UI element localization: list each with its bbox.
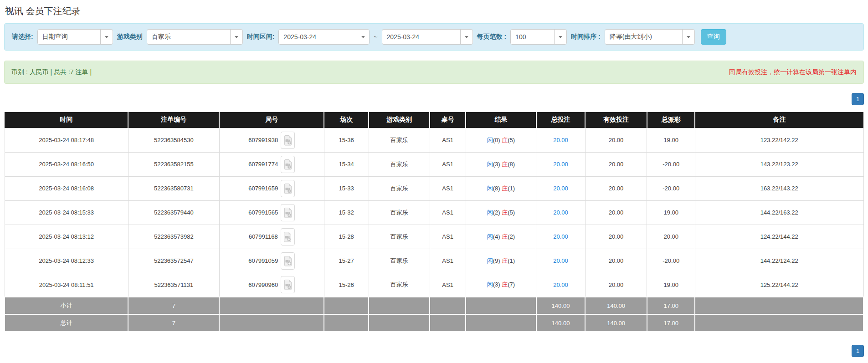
result-player-label: 闲	[487, 281, 493, 288]
result-banker-label: 庄	[502, 185, 508, 192]
total-bet-cell[interactable]: 20.00	[536, 200, 585, 225]
video-replay-icon	[283, 135, 293, 146]
summary-left-text: 币别 : 人民币 | 总共 :7 注单 |	[11, 68, 92, 77]
result-player-label: 闲	[487, 161, 493, 168]
header-result: 结果	[466, 112, 536, 128]
game-type-label: 游戏类别	[117, 33, 143, 41]
session-cell: 15-33	[324, 176, 369, 200]
valid-bet-cell: 20.00	[585, 249, 647, 273]
total-bet-link[interactable]: 20.00	[553, 185, 568, 192]
video-replay-button[interactable]	[281, 276, 295, 293]
query-type-select[interactable]: 日期查询	[37, 29, 113, 45]
date-to-select[interactable]: 2025-03-24	[382, 29, 473, 45]
sort-select[interactable]: 降幂(由大到小)	[605, 29, 695, 45]
valid-bet-cell: 20.00	[585, 225, 647, 249]
total-bet-cell[interactable]: 20.00	[536, 249, 585, 273]
result-banker-label: 庄	[502, 257, 508, 264]
total-bet-cell[interactable]: 20.00	[536, 225, 585, 249]
total-bet-link[interactable]: 20.00	[553, 233, 568, 240]
session-cell: 15-34	[324, 152, 369, 176]
grand-total-row: 总计7140.00140.0017.00	[5, 314, 863, 332]
total-bet-link[interactable]: 20.00	[553, 137, 568, 143]
video-replay-icon	[283, 183, 293, 194]
caret-down-icon	[460, 30, 473, 44]
table-row: 2025-03-24 08:12:33522363572547607991059…	[5, 249, 863, 273]
video-replay-button[interactable]	[281, 180, 295, 197]
footer-empty-cell	[219, 297, 324, 314]
result-cell: 闲(3) 庄(7)	[466, 273, 536, 297]
round-id-cell: 607990960	[219, 273, 324, 297]
game-type-cell: 百家乐	[369, 273, 430, 297]
per-page-select[interactable]: 100	[510, 29, 567, 45]
valid-bet-cell: 20.00	[585, 200, 647, 225]
video-replay-button[interactable]	[281, 252, 295, 270]
summary-notice-text: 同局有效投注，统一计算在该局第一张注单内	[729, 68, 857, 77]
result-player-label: 闲	[487, 137, 493, 143]
result-cell: 闲(4) 庄(2)	[466, 225, 536, 249]
round-id-cell: 607991059	[219, 249, 324, 273]
table-no-cell: AS1	[430, 249, 466, 273]
footer-count-cell: 7	[128, 297, 219, 314]
valid-bet-cell: 20.00	[585, 273, 647, 297]
session-cell: 15-32	[324, 200, 369, 225]
total-bet-cell[interactable]: 20.00	[536, 273, 585, 297]
remark-cell: 125.22/144.22	[695, 273, 863, 297]
footer-empty-cell	[324, 297, 369, 314]
total-bet-cell[interactable]: 20.00	[536, 152, 585, 176]
round-id-value: 607991565	[248, 209, 278, 216]
result-cell: 闲(3) 庄(8)	[466, 152, 536, 176]
table-row: 2025-03-24 08:16:50522363582155607991774…	[5, 152, 863, 176]
query-button[interactable]: 查询	[701, 29, 726, 45]
bet-time-cell: 2025-03-24 08:17:48	[5, 128, 128, 152]
bet-time-cell: 2025-03-24 08:15:33	[5, 200, 128, 225]
footer-total-bet-cell: 140.00	[536, 314, 585, 332]
round-id-value: 607991774	[248, 161, 278, 168]
table-row: 2025-03-24 08:15:33522363579440607991565…	[5, 200, 863, 225]
header-valid-bet: 有效投注	[585, 112, 647, 128]
table-footer: 小计7140.00140.0017.00总计7140.00140.0017.00	[5, 297, 863, 332]
total-bet-link[interactable]: 20.00	[553, 281, 568, 288]
result-cell: 闲(2) 庄(5)	[466, 200, 536, 225]
footer-empty-cell	[695, 314, 863, 332]
video-replay-button[interactable]	[281, 204, 295, 221]
remark-cell: 143.22/123.22	[695, 152, 863, 176]
header-time: 时间	[5, 112, 128, 128]
footer-total-bet-cell: 140.00	[536, 297, 585, 314]
payout-cell: -20.00	[647, 249, 695, 273]
table-no-cell: AS1	[430, 152, 466, 176]
total-bet-link[interactable]: 20.00	[553, 209, 568, 216]
video-replay-button[interactable]	[281, 132, 295, 149]
game-type-cell: 百家乐	[369, 249, 430, 273]
game-type-value: 百家乐	[147, 30, 230, 44]
date-from-value: 2025-03-24	[279, 30, 357, 44]
total-bet-cell[interactable]: 20.00	[536, 176, 585, 200]
pagination-top: 1	[4, 93, 864, 105]
filter-bar: 请选择: 日期查询 游戏类别 百家乐 时间区间: 2025-03-24 ~ 20…	[4, 23, 864, 51]
valid-bet-cell: 20.00	[585, 152, 647, 176]
video-replay-icon	[283, 256, 293, 266]
date-from-select[interactable]: 2025-03-24	[278, 29, 370, 45]
bet-records-table: 时间 注单编号 局号 场次 游戏类别 桌号 结果 总投注 有效投注 总派彩 备注…	[4, 112, 864, 332]
video-replay-icon	[283, 207, 293, 218]
valid-bet-cell: 20.00	[585, 128, 647, 152]
total-bet-link[interactable]: 20.00	[553, 257, 568, 264]
round-id-cell: 607991565	[219, 200, 324, 225]
pagination-page-1[interactable]: 1	[852, 93, 864, 105]
footer-payout-cell: 17.00	[647, 297, 695, 314]
video-replay-button[interactable]	[281, 228, 295, 245]
footer-empty-cell	[430, 314, 466, 332]
footer-payout-cell: 17.00	[647, 314, 695, 332]
sort-value: 降幂(由大到小)	[605, 30, 682, 44]
total-bet-link[interactable]: 20.00	[553, 161, 568, 168]
date-range-separator: ~	[374, 33, 377, 41]
video-replay-icon	[283, 279, 293, 290]
pagination-page-1[interactable]: 1	[852, 345, 864, 357]
result-player-label: 闲	[487, 233, 493, 240]
game-type-select[interactable]: 百家乐	[147, 29, 243, 45]
game-type-cell: 百家乐	[369, 200, 430, 225]
bet-id-cell: 522363571131	[128, 273, 219, 297]
table-no-cell: AS1	[430, 176, 466, 200]
total-bet-cell[interactable]: 20.00	[536, 128, 585, 152]
video-replay-button[interactable]	[281, 156, 295, 173]
result-cell: 闲(0) 庄(5)	[466, 128, 536, 152]
